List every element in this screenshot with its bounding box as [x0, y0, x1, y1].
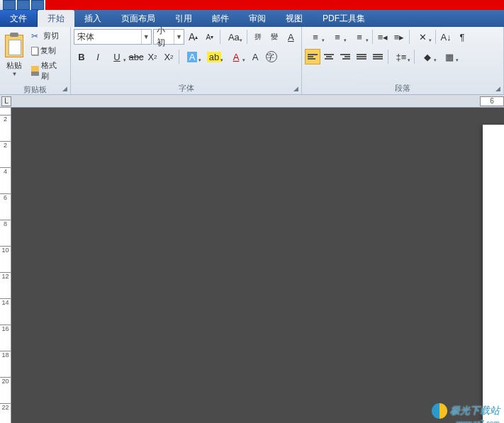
cut-button[interactable]: ✂ 剪切 — [28, 29, 67, 43]
align-justify-button[interactable] — [354, 49, 369, 64]
chevron-down-icon: ▼ — [141, 30, 151, 44]
align-center-button[interactable] — [321, 49, 337, 64]
brush-icon — [31, 66, 40, 76]
clear-formatting-button[interactable]: A — [284, 29, 298, 45]
tab-insert[interactable]: 插入 — [74, 10, 111, 27]
char-shading-button[interactable]: A — [247, 49, 263, 64]
tab-file[interactable]: 文件 — [0, 10, 38, 27]
horizontal-ruler[interactable]: L 6 — [0, 95, 504, 108]
tab-view[interactable]: 视图 — [276, 10, 313, 27]
grow-font-button[interactable]: A▴ — [186, 29, 201, 45]
highlight-button[interactable]: ab — [203, 49, 225, 64]
align-distributed-button[interactable] — [370, 49, 386, 64]
watermark-text: 极光下载站 — [450, 405, 500, 417]
multilevel-icon — [357, 32, 362, 43]
phonetic-guide-button[interactable]: 拼 — [250, 29, 265, 45]
group-clipboard: 粘贴 ▼ ✂ 剪切 复制 格式刷 剪贴板 ◢ — [0, 27, 71, 94]
paste-icon — [5, 35, 23, 57]
show-marks-button[interactable]: ¶ — [454, 29, 470, 45]
align-left-icon — [308, 53, 318, 60]
italic-button[interactable]: I — [90, 49, 106, 64]
text-direction-button[interactable]: ✕ — [412, 29, 433, 45]
group-paragraph-label: 段落 — [305, 81, 500, 94]
vruler-tick: 16 — [0, 325, 11, 332]
clipboard-launcher-icon[interactable]: ◢ — [60, 84, 69, 93]
align-right-icon — [340, 53, 350, 60]
align-right-button[interactable] — [337, 49, 353, 64]
ribbon: 粘贴 ▼ ✂ 剪切 复制 格式刷 剪贴板 ◢ — [0, 27, 504, 95]
bold-button[interactable]: B — [74, 49, 89, 64]
shading-button[interactable]: ◆ — [417, 49, 438, 64]
tab-home[interactable]: 开始 — [38, 10, 74, 27]
numbering-icon — [335, 32, 340, 43]
change-case-button[interactable]: Aa — [223, 29, 244, 45]
borders-icon: ▦ — [445, 52, 454, 62]
align-left-button[interactable] — [305, 49, 320, 64]
superscript-button[interactable]: X2 — [161, 49, 177, 64]
paragraph-launcher-icon[interactable]: ◢ — [493, 84, 502, 93]
strikethrough-button[interactable]: abc — [128, 49, 144, 64]
paste-button[interactable]: 粘贴 ▼ — [3, 29, 26, 83]
quick-access-toolbar — [0, 0, 44, 10]
title-bar — [0, 0, 504, 10]
multilevel-list-button[interactable] — [349, 29, 370, 45]
paste-label: 粘贴 — [6, 60, 22, 71]
qat-button-2[interactable] — [17, 0, 30, 10]
align-center-icon — [324, 53, 334, 60]
bullets-icon — [313, 32, 318, 43]
character-border-button[interactable]: 變 — [267, 29, 282, 45]
vruler-tick: 2 — [0, 115, 11, 123]
vruler-tick: 20 — [0, 377, 11, 385]
sort-button[interactable]: A↓ — [438, 29, 454, 45]
vertical-ruler[interactable]: 2246810121416182022 — [0, 108, 11, 423]
vruler-tick: 2 — [0, 141, 11, 149]
decrease-indent-button[interactable]: ≡◂ — [375, 29, 391, 45]
format-painter-label: 格式刷 — [41, 60, 64, 81]
qat-button-1[interactable] — [3, 0, 16, 10]
group-font: 宋体 ▼ 小初 ▼ A▴ A▾ Aa 拼 變 A B I U — [71, 27, 302, 94]
vruler-tick: 8 — [0, 220, 11, 227]
shrink-font-button[interactable]: A▾ — [202, 29, 217, 45]
qat-button-3[interactable] — [31, 0, 44, 10]
increase-indent-button[interactable]: ≡▸ — [391, 29, 407, 45]
font-name-value: 宋体 — [74, 31, 141, 43]
cut-label: 剪切 — [43, 30, 59, 41]
align-justify-icon — [357, 53, 366, 60]
vruler-tick: 12 — [0, 272, 11, 280]
numbering-button[interactable] — [327, 29, 348, 45]
subscript-button[interactable]: X2 — [145, 49, 160, 64]
copy-icon — [31, 47, 38, 55]
bullets-button[interactable] — [305, 29, 326, 45]
vruler-tick: 14 — [0, 298, 11, 306]
watermark: 极光下载站 www.xz7.com — [432, 403, 500, 419]
vruler-tick: 10 — [0, 246, 11, 254]
font-name-combo[interactable]: 宋体 ▼ — [74, 29, 152, 45]
tab-selector-icon[interactable]: L — [1, 96, 11, 106]
tab-review[interactable]: 审阅 — [239, 10, 276, 27]
tab-mail[interactable]: 邮件 — [202, 10, 239, 27]
chevron-down-icon: ▼ — [174, 30, 184, 44]
font-color-button[interactable]: A — [225, 49, 247, 64]
underline-button[interactable]: U — [106, 49, 128, 64]
document-area[interactable]: 2246810121416182022 极光下载站 www.xz7.com — [0, 108, 504, 423]
vruler-tick: 6 — [0, 193, 11, 201]
group-clipboard-label: 剪贴板 — [3, 83, 67, 96]
vruler-tick: 18 — [0, 351, 11, 359]
enclose-char-button[interactable]: 字 — [264, 49, 279, 64]
watermark-logo-icon — [432, 403, 447, 419]
copy-label: 复制 — [40, 45, 56, 56]
line-spacing-button[interactable]: ‡≡ — [391, 49, 412, 64]
tab-pdf-tools[interactable]: PDF工具集 — [313, 10, 375, 27]
group-font-label: 字体 — [74, 81, 298, 94]
vruler-tick: 4 — [0, 167, 11, 175]
format-painter-button[interactable]: 格式刷 — [28, 59, 67, 83]
document-page[interactable] — [483, 125, 504, 423]
font-launcher-icon[interactable]: ◢ — [291, 84, 300, 93]
copy-button[interactable]: 复制 — [28, 44, 67, 57]
font-size-combo[interactable]: 小初 ▼ — [153, 29, 184, 45]
vruler-tick: 22 — [0, 403, 11, 411]
paint-bucket-icon: ◆ — [424, 52, 431, 62]
text-effects-button[interactable]: A — [181, 49, 203, 64]
borders-button[interactable]: ▦ — [439, 49, 460, 64]
hruler-right-value: 6 — [480, 96, 504, 106]
